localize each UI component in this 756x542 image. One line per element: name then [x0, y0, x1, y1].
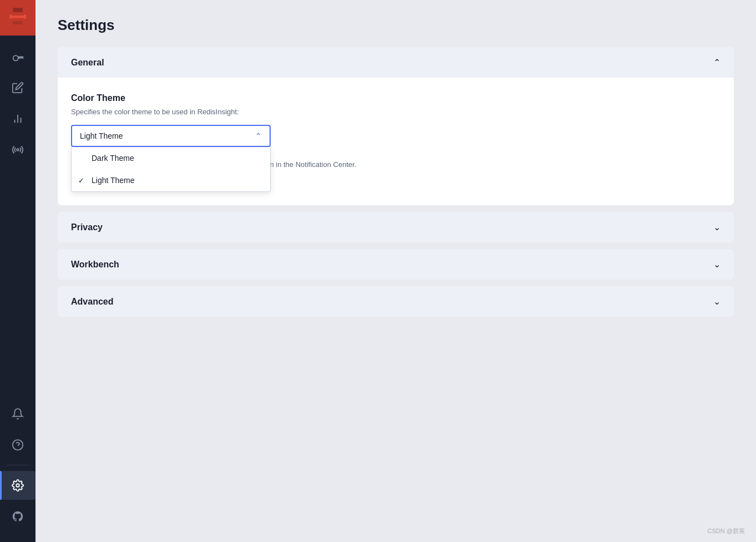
workbench-section: Workbench ⌄ — [58, 249, 734, 280]
general-accordion-body: Color Theme Specifies the color theme to… — [58, 78, 734, 205]
sidebar-bottom — [0, 399, 35, 542]
dropdown-chevron-icon: ⌃ — [255, 131, 262, 140]
dark-theme-option[interactable]: Dark Theme — [72, 147, 270, 169]
main-content: Settings General ⌃ Color Theme Specifies… — [35, 0, 756, 542]
sidebar-item-keys[interactable] — [0, 42, 35, 71]
sidebar-item-github[interactable] — [0, 502, 35, 531]
privacy-title: Privacy — [71, 222, 103, 232]
svg-point-5 — [13, 55, 18, 60]
color-theme-title: Color Theme — [71, 93, 721, 103]
svg-point-12 — [16, 484, 19, 487]
color-theme-description: Specifies the color theme to be used in … — [71, 108, 721, 116]
general-chevron-icon: ⌃ — [713, 57, 721, 68]
light-theme-label: Light Theme — [92, 176, 135, 185]
theme-dropdown[interactable]: Light Theme ⌃ — [71, 125, 271, 147]
general-accordion-header[interactable]: General ⌃ — [58, 47, 734, 78]
light-theme-option[interactable]: ✓ Light Theme — [72, 169, 270, 191]
watermark: CSDN @群英 — [708, 527, 745, 535]
svg-rect-4 — [13, 21, 23, 24]
color-theme-setting: Color Theme Specifies the color theme to… — [71, 93, 721, 147]
theme-dropdown-wrapper: Light Theme ⌃ Dark Theme ✓ Light Theme — [71, 125, 271, 147]
dark-theme-label: Dark Theme — [92, 154, 134, 163]
check-mark-icon: ✓ — [78, 176, 84, 185]
sidebar-item-analytics[interactable] — [0, 104, 35, 133]
active-indicator — [0, 471, 2, 500]
svg-rect-2 — [13, 8, 23, 12]
general-title: General — [71, 58, 104, 68]
sidebar-divider — [7, 465, 29, 465]
sidebar-item-notifications[interactable] — [0, 399, 35, 428]
sidebar-item-edit[interactable] — [0, 73, 35, 102]
sidebar-item-settings[interactable] — [0, 471, 35, 500]
workbench-chevron-icon: ⌄ — [713, 259, 721, 270]
app-logo[interactable] — [0, 0, 35, 36]
sidebar-nav — [0, 36, 35, 399]
sidebar — [0, 0, 35, 542]
page-title: Settings — [58, 17, 734, 34]
privacy-chevron-icon: ⌄ — [713, 222, 721, 232]
general-section: General ⌃ Color Theme Specifies the colo… — [58, 47, 734, 205]
sidebar-item-help[interactable] — [0, 430, 35, 459]
sidebar-item-pubsub[interactable] — [0, 135, 35, 164]
logo-icon — [8, 7, 27, 29]
workbench-title: Workbench — [71, 260, 119, 270]
svg-point-9 — [17, 149, 19, 151]
advanced-title: Advanced — [71, 297, 113, 307]
advanced-chevron-icon: ⌄ — [713, 296, 721, 307]
advanced-section: Advanced ⌄ — [58, 286, 734, 317]
workbench-accordion-header[interactable]: Workbench ⌄ — [58, 249, 734, 280]
selected-theme-label: Light Theme — [80, 131, 123, 140]
privacy-section: Privacy ⌄ — [58, 212, 734, 242]
privacy-accordion-header[interactable]: Privacy ⌄ — [58, 212, 734, 242]
advanced-accordion-header[interactable]: Advanced ⌄ — [58, 286, 734, 317]
theme-dropdown-menu: Dark Theme ✓ Light Theme — [71, 147, 271, 192]
